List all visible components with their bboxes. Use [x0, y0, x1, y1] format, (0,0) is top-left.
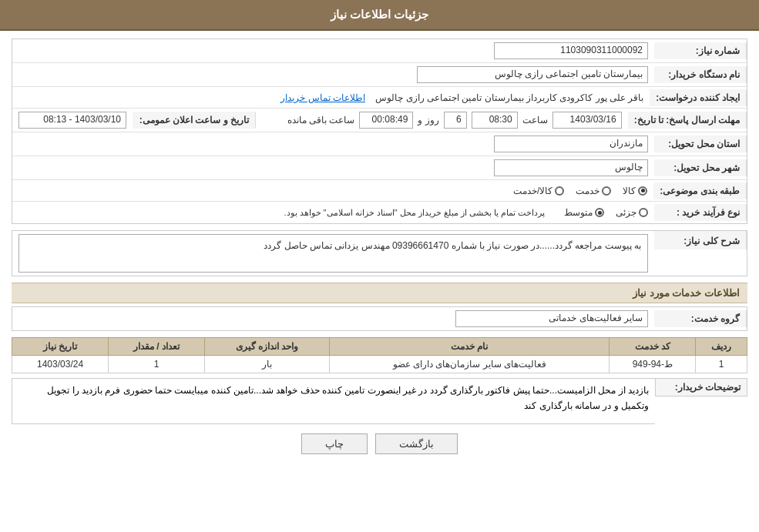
description-box: به پیوست مراجعه گردد......در صورت نیاز ب… — [18, 234, 648, 273]
deadline-row: مهلت ارسال پاسخ: تا تاریخ: 1403/03/16 سا… — [12, 109, 747, 132]
cell-quantity: 1 — [109, 356, 205, 373]
process-motavaset-radio[interactable] — [595, 208, 604, 217]
creator-contact-link[interactable]: اطلاعات تماس خریدار — [280, 92, 365, 103]
col-unit: واحد اندازه گیری — [205, 338, 330, 356]
process-jazei-label: جزئی — [616, 207, 636, 218]
table-row: 1 ط-94-949 فعالیت‌های سایر سازمان‌های دا… — [12, 356, 747, 373]
deadline-time-box: 08:30 — [472, 112, 518, 129]
category-label: طبقه بندی موضوعی: — [653, 182, 747, 199]
need-number-box: 1103090311000092 — [494, 42, 648, 59]
print-button[interactable]: چاپ — [301, 433, 368, 454]
description-section: شرح کلی نیاز: به پیوست مراجعه گردد......… — [12, 230, 747, 276]
province-box: مازندران — [494, 136, 648, 152]
description-value: به پیوست مراجعه گردد......در صورت نیاز ب… — [12, 231, 654, 276]
description-label: شرح کلی نیاز: — [654, 231, 747, 249]
process-note: پرداخت تمام یا بخشی از مبلغ خریداز محل "… — [284, 208, 545, 218]
cell-service-name: فعالیت‌های سایر سازمان‌های دارای عضو — [330, 356, 610, 373]
deadline-date-row: 1403/03/16 ساعت 08:30 6 روز و 00:08:49 س… — [262, 112, 622, 129]
service-group-box: سایر فعالیت‌های خدماتی — [455, 310, 648, 327]
process-motavaset-item: متوسط — [564, 207, 604, 218]
buyer-notes-label: توضیحات خریدار: — [655, 378, 747, 396]
city-row: شهر محل تحویل: چالوس — [12, 156, 747, 180]
col-date: تاریخ نیاز — [12, 338, 109, 356]
service-table-section: ردیف کد خدمت نام خدمت واحد اندازه گیری ت… — [12, 337, 747, 373]
category-row: طبقه بندی موضوعی: کالا خدمت — [12, 180, 747, 202]
need-number-value: 1103090311000092 — [12, 39, 654, 62]
cell-date: 1403/03/24 — [12, 356, 109, 373]
category-kala-item: کالا — [623, 186, 647, 196]
deadline-days-box: 6 — [444, 112, 467, 129]
category-radio-group: کالا خدمت کالا/خدمت — [18, 186, 647, 196]
need-number-label: شماره نیاز: — [654, 42, 747, 59]
city-box: چالوس — [494, 159, 648, 176]
page-wrapper: جزئیات اطلاعات نیاز شماره نیاز: 11030903… — [0, 0, 759, 532]
cell-unit: بار — [205, 356, 330, 373]
category-khedmat-item: خدمت — [576, 186, 611, 196]
province-row: استان محل تحویل: مازندران — [12, 132, 747, 156]
page-title: جزئیات اطلاعات نیاز — [331, 8, 428, 21]
category-kala-khedmat-item: کالا/خدمت — [513, 186, 564, 196]
need-number-row: شماره نیاز: 1103090311000092 — [12, 39, 747, 63]
col-quantity: تعداد / مقدار — [109, 338, 205, 356]
org-name-row: نام دستگاه خریدار: بیمارستان تامین اجتما… — [12, 63, 747, 87]
service-group-value: سایر فعالیت‌های خدماتی — [12, 307, 654, 330]
deadline-remaining-box: 00:08:49 — [359, 112, 413, 129]
cell-service-code: ط-94-949 — [610, 356, 696, 373]
col-service-code: کد خدمت — [610, 338, 696, 356]
announce-label: تاریخ و ساعت اعلان عمومی: — [133, 112, 256, 129]
category-khedmat-radio[interactable] — [602, 186, 611, 196]
table-header-row: ردیف کد خدمت نام خدمت واحد اندازه گیری ت… — [12, 338, 747, 356]
service-group-section: گروه خدمت: سایر فعالیت‌های خدماتی — [12, 306, 747, 331]
city-label: شهر محل تحویل: — [654, 159, 747, 176]
process-jazei-item: جزئی — [616, 207, 648, 218]
service-table: ردیف کد خدمت نام خدمت واحد اندازه گیری ت… — [12, 337, 747, 373]
deadline-label: مهلت ارسال پاسخ: تا تاریخ: — [628, 112, 747, 129]
button-row: بازگشت چاپ — [12, 433, 747, 454]
process-label: نوع فرآیند خرید : — [654, 204, 747, 221]
page-header: جزئیات اطلاعات نیاز — [0, 0, 759, 31]
process-motavaset-label: متوسط — [564, 207, 593, 218]
announce-value: 1403/03/10 - 08:13 — [12, 109, 133, 132]
category-kala-khedmat-label: کالا/خدمت — [513, 186, 552, 196]
service-info-title: اطلاعات خدمات مورد نیاز — [12, 283, 747, 303]
process-row: نوع فرآیند خرید : جزئی متوسط پرداخت تمام… — [12, 202, 747, 223]
category-kala-radio[interactable] — [638, 186, 647, 196]
need-number-section: شماره نیاز: 1103090311000092 نام دستگاه … — [12, 38, 747, 224]
org-name-value: بیمارستان تامین اجتماعی رازی چالوس — [12, 63, 654, 86]
back-button[interactable]: بازگشت — [375, 433, 458, 454]
creator-value: باقر علی پور کاکرودی کاربرداز بیمارستان … — [12, 89, 650, 106]
announce-box: 1403/03/10 - 08:13 — [18, 112, 126, 129]
creator-row: ایجاد کننده درخواست: باقر علی پور کاکرود… — [12, 87, 747, 109]
deadline-days-label: روز و — [418, 115, 438, 125]
description-row: شرح کلی نیاز: به پیوست مراجعه گردد......… — [12, 231, 747, 276]
city-value: چالوس — [12, 156, 654, 179]
org-name-label: نام دستگاه خریدار: — [654, 66, 747, 83]
deadline-remaining-label: ساعت باقی مانده — [287, 115, 355, 125]
deadline-time-label: ساعت — [522, 115, 548, 125]
deadline-value: 1403/03/16 ساعت 08:30 6 روز و 00:08:49 س… — [256, 109, 628, 132]
category-khedmat-label: خدمت — [576, 186, 599, 196]
category-value: کالا خدمت کالا/خدمت — [12, 182, 653, 199]
province-value: مازندران — [12, 132, 654, 156]
org-name-box: بیمارستان تامین اجتماعی رازی چالوس — [417, 66, 648, 83]
process-value: جزئی متوسط پرداخت تمام یا بخشی از مبلغ خ… — [12, 204, 654, 221]
buyer-notes-content: بازدید از محل الزامیست...حتما پیش فاکتور… — [12, 378, 655, 424]
process-radio-group: جزئی متوسط پرداخت تمام یا بخشی از مبلغ خ… — [18, 207, 648, 218]
deadline-date-box: 1403/03/16 — [552, 112, 622, 129]
buyer-notes-section: توضیحات خریدار: بازدید از محل الزامیست..… — [12, 378, 747, 424]
col-service-name: نام خدمت — [330, 338, 610, 356]
table-header: ردیف کد خدمت نام خدمت واحد اندازه گیری ت… — [12, 338, 747, 356]
table-body: 1 ط-94-949 فعالیت‌های سایر سازمان‌های دا… — [12, 356, 747, 373]
service-group-label: گروه خدمت: — [654, 310, 747, 327]
province-label: استان محل تحویل: — [654, 136, 747, 152]
category-kala-label: کالا — [623, 186, 636, 196]
creator-label: ایجاد کننده درخواست: — [650, 89, 747, 106]
cell-row-num: 1 — [696, 356, 747, 373]
col-row-num: ردیف — [696, 338, 747, 356]
creator-text: باقر علی پور کاکرودی کاربرداز بیمارستان … — [375, 92, 643, 103]
category-kala-khedmat-radio[interactable] — [555, 186, 564, 196]
service-group-row: گروه خدمت: سایر فعالیت‌های خدماتی — [12, 307, 747, 330]
process-jazei-radio[interactable] — [639, 208, 648, 217]
content-area: شماره نیاز: 1103090311000092 نام دستگاه … — [0, 31, 759, 468]
